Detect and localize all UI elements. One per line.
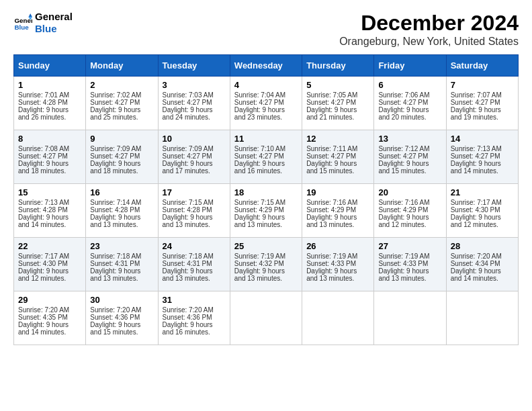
sunset-text: Sunset: 4:28 PM xyxy=(163,206,226,214)
sunrise-text: Sunrise: 7:07 AM xyxy=(451,91,514,99)
sunrise-text: Sunrise: 7:13 AM xyxy=(451,145,514,152)
sunrise-text: Sunrise: 7:17 AM xyxy=(451,199,514,206)
calendar-cell: 13Sunrise: 7:12 AMSunset: 4:27 PMDayligh… xyxy=(374,130,446,184)
sunset-text: Sunset: 4:33 PM xyxy=(306,260,369,267)
sunset-text: Sunset: 4:35 PM xyxy=(18,314,81,321)
calendar-cell: 16Sunrise: 7:14 AMSunset: 4:28 PMDayligh… xyxy=(86,184,158,238)
sunrise-text: Sunrise: 7:09 AM xyxy=(90,145,153,152)
sunrise-text: Sunrise: 7:10 AM xyxy=(234,145,298,152)
daylight-text: Daylight: 9 hours and 19 minutes. xyxy=(451,106,514,121)
title-area: December 2024 Orangeburg, New York, Unit… xyxy=(339,11,519,48)
calendar-cell: 29Sunrise: 7:20 AMSunset: 4:35 PMDayligh… xyxy=(14,291,86,345)
sunrise-text: Sunrise: 7:15 AM xyxy=(234,199,298,206)
header-cell-tuesday: Tuesday xyxy=(158,55,230,77)
daylight-text: Daylight: 9 hours and 16 minutes. xyxy=(163,321,226,336)
header-cell-friday: Friday xyxy=(374,55,446,77)
week-row-3: 15Sunrise: 7:13 AMSunset: 4:28 PMDayligh… xyxy=(14,184,519,238)
sunset-text: Sunset: 4:27 PM xyxy=(163,152,226,160)
svg-text:Blue: Blue xyxy=(14,24,29,31)
day-number: 1 xyxy=(18,80,81,90)
calendar-cell: 23Sunrise: 7:18 AMSunset: 4:31 PMDayligh… xyxy=(86,238,158,291)
sunrise-text: Sunrise: 7:08 AM xyxy=(18,145,81,152)
daylight-text: Daylight: 9 hours and 13 minutes. xyxy=(234,214,298,228)
sunset-text: Sunset: 4:36 PM xyxy=(163,314,226,321)
month-title: December 2024 xyxy=(339,11,519,36)
calendar-cell: 20Sunrise: 7:16 AMSunset: 4:29 PMDayligh… xyxy=(374,184,446,238)
day-number: 13 xyxy=(378,134,441,144)
calendar-cell xyxy=(230,291,302,345)
header-row: SundayMondayTuesdayWednesdayThursdayFrid… xyxy=(14,55,519,77)
sunrise-text: Sunrise: 7:05 AM xyxy=(306,91,369,99)
sunset-text: Sunset: 4:28 PM xyxy=(90,206,153,214)
calendar-cell: 15Sunrise: 7:13 AMSunset: 4:28 PMDayligh… xyxy=(14,184,86,238)
calendar-cell: 28Sunrise: 7:20 AMSunset: 4:34 PMDayligh… xyxy=(446,238,518,291)
week-row-2: 8Sunrise: 7:08 AMSunset: 4:27 PMDaylight… xyxy=(14,130,519,184)
sunset-text: Sunset: 4:29 PM xyxy=(234,206,298,214)
daylight-text: Daylight: 9 hours and 23 minutes. xyxy=(234,106,298,121)
sunrise-text: Sunrise: 7:20 AM xyxy=(90,306,153,314)
daylight-text: Daylight: 9 hours and 12 minutes. xyxy=(451,214,514,228)
calendar-cell xyxy=(374,291,446,345)
day-number: 22 xyxy=(18,241,81,251)
calendar-cell: 2Sunrise: 7:02 AMSunset: 4:27 PMDaylight… xyxy=(86,77,158,130)
daylight-text: Daylight: 9 hours and 18 minutes. xyxy=(90,160,153,175)
sunset-text: Sunset: 4:27 PM xyxy=(378,99,441,106)
header-cell-monday: Monday xyxy=(86,55,158,77)
week-row-1: 1Sunrise: 7:01 AMSunset: 4:28 PMDaylight… xyxy=(14,77,519,130)
calendar-cell: 6Sunrise: 7:06 AMSunset: 4:27 PMDaylight… xyxy=(374,77,446,130)
day-number: 20 xyxy=(378,187,441,197)
day-number: 25 xyxy=(234,241,298,251)
calendar-cell: 9Sunrise: 7:09 AMSunset: 4:27 PMDaylight… xyxy=(86,130,158,184)
daylight-text: Daylight: 9 hours and 13 minutes. xyxy=(306,214,369,228)
calendar-cell xyxy=(446,291,518,345)
logo-line2: Blue xyxy=(35,23,73,35)
calendar-cell: 8Sunrise: 7:08 AMSunset: 4:27 PMDaylight… xyxy=(14,130,86,184)
week-row-4: 22Sunrise: 7:17 AMSunset: 4:30 PMDayligh… xyxy=(14,238,519,291)
sunset-text: Sunset: 4:27 PM xyxy=(378,152,441,160)
daylight-text: Daylight: 9 hours and 13 minutes. xyxy=(90,214,153,228)
sunrise-text: Sunrise: 7:09 AM xyxy=(163,145,226,152)
daylight-text: Daylight: 9 hours and 14 minutes. xyxy=(451,267,514,282)
calendar-cell: 1Sunrise: 7:01 AMSunset: 4:28 PMDaylight… xyxy=(14,77,86,130)
sunset-text: Sunset: 4:27 PM xyxy=(90,99,153,106)
svg-marker-2 xyxy=(28,13,32,17)
calendar-cell: 5Sunrise: 7:05 AMSunset: 4:27 PMDaylight… xyxy=(302,77,374,130)
daylight-text: Daylight: 9 hours and 13 minutes. xyxy=(90,267,153,282)
calendar-cell: 14Sunrise: 7:13 AMSunset: 4:27 PMDayligh… xyxy=(446,130,518,184)
sunrise-text: Sunrise: 7:17 AM xyxy=(18,253,81,260)
sunset-text: Sunset: 4:30 PM xyxy=(18,260,81,267)
sunset-text: Sunset: 4:29 PM xyxy=(306,206,369,214)
daylight-text: Daylight: 9 hours and 18 minutes. xyxy=(18,160,81,175)
day-number: 24 xyxy=(163,241,226,251)
daylight-text: Daylight: 9 hours and 13 minutes. xyxy=(306,267,369,282)
day-number: 4 xyxy=(234,80,298,90)
calendar-cell: 30Sunrise: 7:20 AMSunset: 4:36 PMDayligh… xyxy=(86,291,158,345)
sunset-text: Sunset: 4:36 PM xyxy=(90,314,153,321)
daylight-text: Daylight: 9 hours and 13 minutes. xyxy=(163,214,226,228)
sunset-text: Sunset: 4:27 PM xyxy=(451,99,514,106)
daylight-text: Daylight: 9 hours and 16 minutes. xyxy=(234,160,298,175)
calendar-cell: 10Sunrise: 7:09 AMSunset: 4:27 PMDayligh… xyxy=(158,130,230,184)
day-number: 17 xyxy=(163,187,226,197)
sunset-text: Sunset: 4:33 PM xyxy=(378,260,441,267)
day-number: 10 xyxy=(163,134,226,144)
sunset-text: Sunset: 4:30 PM xyxy=(451,206,514,214)
sunset-text: Sunset: 4:32 PM xyxy=(234,260,298,267)
sunrise-text: Sunrise: 7:13 AM xyxy=(18,199,81,206)
sunrise-text: Sunrise: 7:18 AM xyxy=(90,253,153,260)
day-number: 5 xyxy=(306,80,369,90)
day-number: 31 xyxy=(163,295,226,305)
calendar-cell: 17Sunrise: 7:15 AMSunset: 4:28 PMDayligh… xyxy=(158,184,230,238)
day-number: 11 xyxy=(234,134,298,144)
header-cell-saturday: Saturday xyxy=(446,55,518,77)
daylight-text: Daylight: 9 hours and 13 minutes. xyxy=(234,267,298,282)
sunrise-text: Sunrise: 7:06 AM xyxy=(378,91,441,99)
day-number: 29 xyxy=(18,295,81,305)
sunrise-text: Sunrise: 7:03 AM xyxy=(163,91,226,99)
location-title: Orangeburg, New York, United States xyxy=(339,36,519,48)
logo: General Blue General Blue xyxy=(13,11,73,35)
day-number: 16 xyxy=(90,187,153,197)
sunset-text: Sunset: 4:27 PM xyxy=(306,99,369,106)
header-cell-thursday: Thursday xyxy=(302,55,374,77)
daylight-text: Daylight: 9 hours and 20 minutes. xyxy=(378,106,441,121)
